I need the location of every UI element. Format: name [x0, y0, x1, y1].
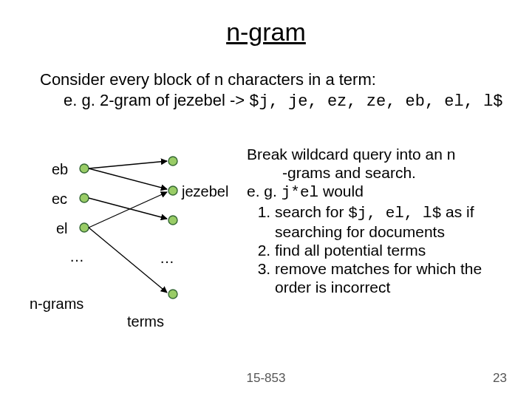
label-right-ellipsis: …	[160, 250, 174, 267]
edge-el-jezebel	[89, 192, 167, 228]
footer-course: 15-853	[0, 371, 532, 386]
step-1: search for $j, el, l$ as if searching fo…	[275, 202, 517, 241]
node-el	[80, 223, 89, 232]
node-ec	[80, 194, 89, 202]
intro-line-2: e. g. 2-gram of jezebel -> $j, je, ez, z…	[64, 90, 503, 112]
bullet-eg: e. g. j*el would	[247, 182, 517, 202]
label-n-grams: n-grams	[30, 296, 83, 313]
step-1-prefix: search for	[275, 203, 348, 220]
steps-list: search for $j, el, l$ as if searching fo…	[262, 202, 517, 297]
bullet-eg-prefix: e. g.	[247, 183, 282, 200]
node-right-3	[168, 290, 177, 299]
bullet-intro-a: Break wildcard query into an n	[247, 145, 517, 163]
intro-line-2-mono: $j, je, ez, ze, eb, el, l$	[249, 92, 502, 111]
bullet-eg-suffix: would	[318, 183, 364, 200]
node-right-2	[168, 216, 177, 225]
intro-block: Consider every block of n characters in …	[40, 69, 503, 112]
bipartite-diagram: eb ec el … n-grams jezebel … terms	[40, 148, 239, 340]
label-ec: ec	[52, 191, 67, 208]
label-jezebel: jezebel	[182, 183, 228, 200]
label-el: el	[56, 220, 68, 237]
node-eb	[80, 164, 89, 173]
slide-title: n-gram	[0, 18, 532, 47]
step-2: find all potential terms	[275, 241, 517, 259]
edge-el-3	[89, 228, 167, 293]
intro-line-1: Consider every block of n characters in …	[40, 69, 503, 90]
slide: n-gram Consider every block of n charact…	[0, 0, 532, 399]
bullet-eg-mono: j*el	[282, 184, 318, 201]
step-3: remove matches for which the order is in…	[275, 259, 517, 296]
label-terms: terms	[127, 313, 164, 330]
intro-line-2-prefix: e. g. 2-gram of jezebel ->	[64, 91, 249, 109]
node-right-0	[168, 157, 177, 166]
footer-page-number: 23	[493, 371, 507, 386]
bullet-intro-b: -grams and search.	[282, 163, 517, 182]
node-jezebel	[168, 186, 177, 195]
edge-eb-jezebel	[89, 168, 167, 189]
step-1-mono: $j, el, l$	[348, 205, 441, 222]
edge-eb-0	[89, 161, 167, 168]
edge-ec-2	[89, 198, 167, 219]
label-eb: eb	[52, 161, 68, 178]
bullets-block: Break wildcard query into an n -grams an…	[247, 145, 517, 297]
label-left-ellipsis: …	[69, 248, 84, 265]
